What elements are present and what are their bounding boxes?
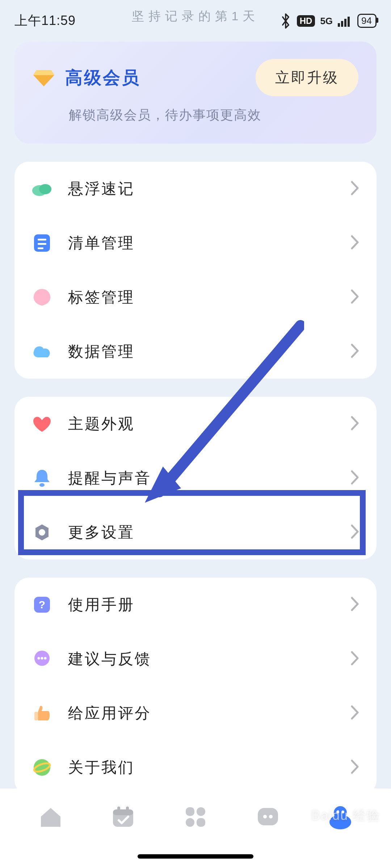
- svg-marker-5: [33, 70, 54, 75]
- chevron-right-icon: [350, 651, 360, 667]
- chevron-right-icon: [350, 705, 360, 722]
- chevron-right-icon: [350, 596, 360, 613]
- row-floating-note[interactable]: 悬浮速记: [14, 162, 377, 216]
- heart-red-icon: [31, 413, 53, 435]
- bluetooth-icon: [279, 13, 292, 29]
- list-blue-icon: [31, 232, 53, 254]
- svg-point-18: [38, 657, 40, 660]
- settings-group-1: 悬浮速记 清单管理 标签管理: [14, 162, 377, 379]
- svg-point-7: [39, 184, 51, 194]
- row-label: 悬浮速记: [68, 179, 335, 199]
- tag-pink-icon: [31, 286, 53, 308]
- cloud-green-icon: [31, 178, 53, 200]
- nav-chat[interactable]: [252, 801, 284, 833]
- chat-purple-icon: [31, 648, 53, 670]
- row-rate-app[interactable]: 给应用评分: [14, 686, 377, 740]
- row-label: 给应用评分: [68, 703, 335, 723]
- row-about[interactable]: 关于我们: [14, 740, 377, 795]
- svg-point-34: [269, 815, 273, 818]
- svg-rect-28: [186, 807, 194, 816]
- chevron-right-icon: [350, 524, 360, 541]
- chevron-right-icon: [350, 759, 360, 776]
- status-tagline: 坚持记录的第1天: [132, 8, 260, 25]
- chevron-right-icon: [350, 289, 360, 306]
- chevron-right-icon: [350, 343, 360, 360]
- row-label: 标签管理: [68, 287, 335, 307]
- battery-icon: 94: [357, 14, 377, 28]
- svg-rect-27: [126, 807, 129, 812]
- svg-rect-2: [344, 19, 346, 27]
- content-scroll[interactable]: 高级会员 立即升级 解锁高级会员，待办事项更高效 悬浮速记 清单管理: [0, 42, 391, 868]
- settings-group-2: 主题外观 提醒与声音 更多设置: [14, 397, 377, 559]
- row-theme[interactable]: 主题外观: [14, 397, 377, 451]
- premium-title: 高级会员: [65, 66, 140, 89]
- nav-home[interactable]: [34, 801, 67, 833]
- row-reminder-sound[interactable]: 提醒与声音: [14, 451, 377, 505]
- premium-card[interactable]: 高级会员 立即升级 解锁高级会员，待办事项更高效: [14, 42, 377, 144]
- svg-rect-9: [38, 239, 46, 241]
- svg-rect-11: [38, 247, 43, 249]
- svg-point-33: [263, 815, 267, 818]
- svg-point-20: [44, 657, 47, 660]
- svg-point-12: [39, 483, 45, 487]
- nav-calendar[interactable]: [107, 801, 139, 833]
- thumb-orange-icon: [31, 702, 53, 724]
- row-more-settings[interactable]: 更多设置: [14, 505, 377, 559]
- row-label: 建议与反馈: [68, 649, 335, 669]
- chevron-right-icon: [350, 235, 360, 251]
- chevron-right-icon: [350, 416, 360, 432]
- hd-badge-icon: HD: [297, 15, 315, 27]
- signal-icon: [338, 15, 352, 27]
- svg-rect-26: [117, 807, 120, 812]
- svg-rect-21: [34, 712, 38, 720]
- row-data-management[interactable]: 数据管理: [14, 324, 377, 379]
- row-feedback[interactable]: 建议与反馈: [14, 632, 377, 686]
- diamond-icon: [33, 68, 55, 87]
- row-label: 清单管理: [68, 233, 335, 253]
- status-time: 上午11:59: [14, 12, 76, 30]
- svg-rect-1: [341, 21, 343, 27]
- status-bar: 上午11:59 坚持记录的第1天 HD 5G 94: [0, 0, 391, 42]
- bottom-nav: [0, 788, 391, 868]
- svg-rect-29: [197, 807, 205, 816]
- svg-rect-25: [113, 809, 133, 815]
- globe-green-icon: [31, 757, 53, 778]
- row-label: 数据管理: [68, 341, 335, 362]
- row-label: 主题外观: [68, 414, 335, 434]
- settings-group-3: ? 使用手册 建议与反馈 给应用评分: [14, 578, 377, 795]
- row-label: 关于我们: [68, 757, 335, 778]
- svg-rect-31: [197, 818, 205, 827]
- premium-subtitle: 解锁高级会员，待办事项更高效: [33, 106, 358, 124]
- watermark: Baidu 经验: [311, 807, 380, 825]
- svg-rect-10: [38, 243, 46, 245]
- chevron-right-icon: [350, 470, 360, 486]
- svg-point-19: [41, 657, 43, 660]
- svg-rect-32: [258, 808, 278, 825]
- svg-point-14: [39, 529, 45, 536]
- chevron-right-icon: [350, 180, 360, 197]
- network-5g-icon: 5G: [320, 16, 333, 26]
- row-label: 使用手册: [68, 595, 335, 615]
- svg-rect-0: [338, 23, 340, 27]
- svg-rect-3: [348, 17, 350, 27]
- upgrade-button[interactable]: 立即升级: [256, 59, 358, 96]
- row-label: 更多设置: [68, 522, 335, 542]
- row-list-management[interactable]: 清单管理: [14, 216, 377, 270]
- nav-grid[interactable]: [179, 801, 212, 833]
- home-indicator[interactable]: [138, 854, 253, 859]
- row-tag-management[interactable]: 标签管理: [14, 270, 377, 324]
- row-label: 提醒与声音: [68, 468, 335, 488]
- svg-text:?: ?: [39, 599, 45, 610]
- cloud-blue-icon: [31, 341, 53, 362]
- gear-gray-icon: [31, 522, 53, 543]
- help-blue-icon: ?: [31, 594, 53, 616]
- svg-rect-30: [186, 818, 194, 827]
- row-manual[interactable]: ? 使用手册: [14, 578, 377, 632]
- status-right: HD 5G 94: [279, 13, 377, 29]
- bell-blue-icon: [31, 467, 53, 489]
